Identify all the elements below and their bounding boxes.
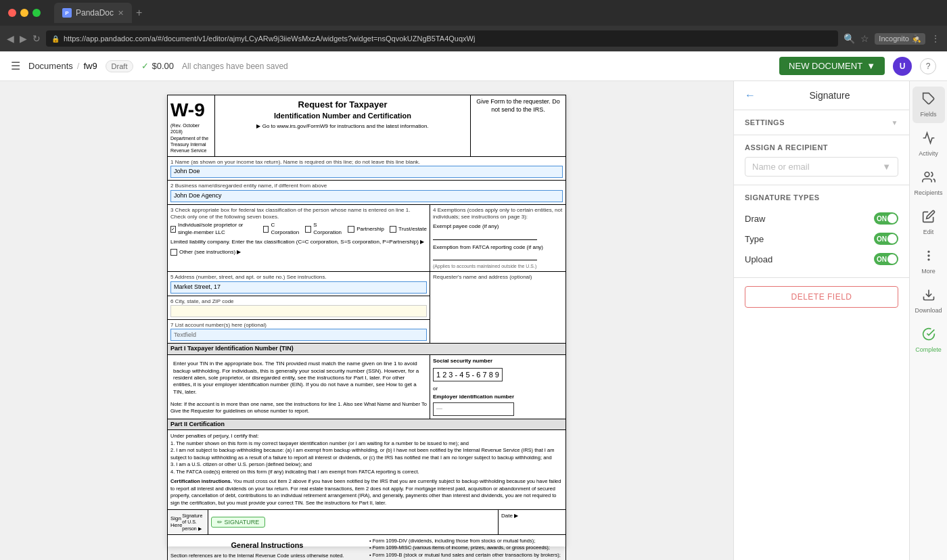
sidebar-item-edit[interactable]: Edit [913, 204, 945, 241]
breadcrumb-sep: / [77, 61, 80, 71]
search-btn[interactable]: 🔍 [844, 33, 855, 44]
settings-label: SETTINGS [745, 118, 785, 126]
line6-input[interactable] [170, 305, 427, 317]
dropdown-icon: ▼ [867, 61, 875, 71]
doc-status: Draft [106, 60, 134, 72]
line1-label: 1 Name (as shown on your income tax retu… [170, 159, 563, 166]
cb-ccorp[interactable]: C Corporation [263, 222, 300, 236]
sig-type-draw: Draw ON [745, 208, 898, 229]
hamburger-menu-btn[interactable]: ☰ [11, 60, 20, 72]
right-sidebar: Fields Activity Recipients [909, 81, 947, 560]
bookmark-btn[interactable]: ☆ [860, 33, 869, 44]
line2-input[interactable]: John Doe Agency [170, 190, 563, 202]
signature-btn[interactable]: ✏ SIGNATURE [211, 517, 265, 528]
sidebar-item-complete[interactable]: Complete [913, 322, 945, 358]
cb-other[interactable]: Other (see instructions) ▶ [170, 249, 427, 256]
reload-btn[interactable]: ↻ [32, 33, 41, 44]
help-btn[interactable]: ? [920, 58, 936, 74]
form-lines567: 5 Address (number, street, and apt. or s… [167, 272, 566, 344]
draw-toggle[interactable]: ON [874, 212, 898, 225]
type-toggle[interactable]: ON [874, 233, 898, 245]
line6-container: 6 City, state, and ZIP code [168, 296, 430, 319]
cb-individual-box: ✓ [170, 226, 176, 233]
sidebar-item-activity[interactable]: Activity [913, 126, 945, 162]
upload-label: Upload [745, 254, 772, 264]
breadcrumb-home-link[interactable]: Documents [28, 61, 73, 71]
sidebar-item-more[interactable]: More [913, 243, 945, 280]
svg-point-3 [928, 255, 929, 256]
signature-settings-panel: ← Signature SETTINGS ▼ ASSIGN A RECIPIEN… [733, 81, 909, 560]
status-badge: Draft [106, 60, 134, 72]
cb-individual[interactable]: ✓ Individual/sole proprietor or single-m… [170, 222, 258, 236]
bullets-list: • Form 1099-DIV (dividends, including th… [369, 538, 563, 560]
or-label: or [433, 386, 563, 392]
line7-input[interactable]: Textfield [170, 329, 427, 341]
cert-intro: Under penalties of perjury, I certify th… [170, 433, 563, 440]
sign-date: Date ▶ [498, 510, 565, 534]
part1-note: Note: If the account is in more than one… [170, 401, 427, 415]
doc-name: fw9 [83, 61, 97, 71]
exempt-payee: Exempt payee code (if any) [433, 223, 563, 230]
upload-toggle-label: ON [877, 256, 887, 263]
new-document-btn[interactable]: NEW DOCUMENT ▼ [779, 57, 885, 75]
cb-trust[interactable]: Trust/estate [390, 222, 427, 236]
line1-input[interactable]: John Doe [170, 166, 563, 178]
general-instructions: General Instructions Section references … [167, 535, 566, 560]
general-right: • Form 1099-DIV (dividends, including th… [369, 538, 563, 560]
addressbar: ◀ ▶ ↻ 🔒 https://app.pandadoc.com/a/#/doc… [0, 26, 947, 51]
url-bar[interactable]: 🔒 https://app.pandadoc.com/a/#/document/… [46, 30, 838, 47]
back-btn[interactable]: ◀ [7, 33, 14, 44]
draw-toggle-label: ON [877, 215, 887, 223]
cb-partnership[interactable]: Partnership [348, 222, 384, 236]
svg-point-2 [928, 251, 929, 252]
rev-date: (Rev. October 2018) [170, 122, 212, 135]
delete-field-btn[interactable]: DELETE FIELD [745, 286, 898, 308]
browser-tab[interactable]: P PandaDoc ✕ [54, 3, 132, 23]
part1-header: Part I Taxpayer Identification Number (T… [168, 344, 565, 355]
recipient-select[interactable]: Name or email ▼ [745, 157, 898, 177]
classify-row: ✓ Individual/sole proprietor or single-m… [170, 220, 427, 237]
complete-label: Complete [915, 346, 942, 353]
download-icon [922, 288, 936, 305]
close-tab-btn[interactable]: ✕ [118, 9, 124, 18]
part1-right: Social security number 1 2 3 - 4 5 - 6 7… [430, 355, 565, 418]
cert-item4: 4. The FATCA code(s) entered on this for… [170, 469, 563, 476]
form-title: Request for Taxpayer [218, 99, 467, 111]
dept-label: Department of the Treasury Internal Reve… [170, 135, 212, 154]
sidebar-item-fields[interactable]: Fields [913, 87, 945, 123]
line3-label: 3 Check appropriate box for federal tax … [170, 207, 427, 221]
cert-item2: 2. I am not subject to backup withholdin… [170, 447, 563, 461]
upload-toggle[interactable]: ON [874, 253, 898, 265]
breadcrumb: Documents / fw9 [28, 61, 97, 71]
new-tab-btn[interactable]: + [136, 7, 142, 19]
llc-label: Limited liability company. Enter the tax… [170, 237, 427, 247]
fatca-input[interactable] [433, 252, 537, 260]
price-value: $0.00 [152, 61, 174, 71]
close-window-btn[interactable] [8, 9, 16, 17]
forward-btn[interactable]: ▶ [20, 33, 27, 44]
cb-scorp[interactable]: S Corporation [305, 222, 342, 236]
cb-ccorp-label: C Corporation [271, 222, 300, 236]
sidebar-item-download[interactable]: Download [913, 283, 945, 319]
ssn-label: Social security number [433, 358, 563, 365]
recipient-section: ASSIGN A RECIPIENT Name or email ▼ [734, 135, 909, 185]
svg-point-1 [925, 172, 929, 177]
part2-header: Part II Certification [168, 419, 565, 431]
sig-type-type: Type ON [745, 229, 898, 249]
cb-partnership-label: Partnership [356, 226, 384, 233]
ein-input[interactable]: — [433, 402, 514, 416]
fullscreen-window-btn[interactable] [32, 9, 41, 17]
menu-btn[interactable]: ⋮ [931, 33, 940, 44]
minimize-window-btn[interactable] [20, 9, 28, 17]
check-circle-icon [922, 327, 936, 344]
cb-scorp-label: S Corporation [313, 222, 342, 236]
textfield-placeholder: Textfield [174, 331, 196, 340]
sidebar-item-recipients[interactable]: Recipients [913, 165, 945, 202]
line5-input[interactable]: Market Street, 17 [170, 281, 427, 294]
settings-expand-icon[interactable]: ▼ [892, 119, 898, 126]
bullet-2: • Form 1099-MISC (various items of incom… [369, 544, 563, 552]
cert-item1: 1. The number shown on this form is my c… [170, 440, 563, 448]
back-btn[interactable]: ← [745, 89, 756, 101]
exempt-payee-input[interactable] [433, 232, 537, 240]
cb-ccorp-box [263, 226, 269, 233]
